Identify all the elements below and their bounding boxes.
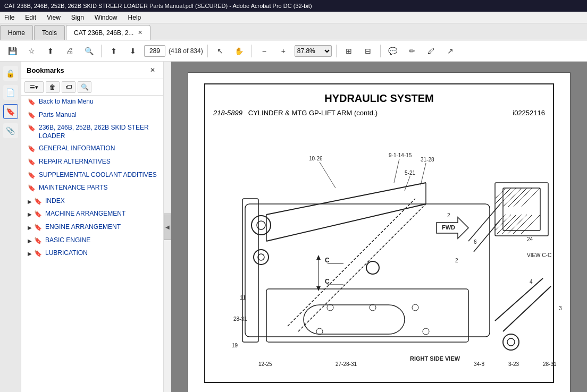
bookmark-basic-engine[interactable]: ▶ 🔖 BASIC ENGINE bbox=[21, 234, 163, 248]
left-icon-bookmarks[interactable]: 🔖 bbox=[3, 104, 18, 119]
print-button[interactable]: 🖨 bbox=[62, 44, 78, 58]
bookmark-parts-manual[interactable]: 🔖 Parts Manual bbox=[21, 109, 163, 122]
bookmark-index[interactable]: ▶ 🔖 INDEX bbox=[21, 195, 163, 208]
bookmark-expand-9[interactable]: ▶ bbox=[28, 211, 32, 218]
fit-button[interactable]: ⊞ bbox=[341, 44, 357, 58]
prev-page-button[interactable]: ⬆ bbox=[106, 44, 122, 58]
menu-help[interactable]: Help bbox=[126, 13, 144, 22]
svg-text:C: C bbox=[325, 257, 330, 264]
left-icon-panel: 🔒 📄 🔖 📎 bbox=[0, 62, 21, 392]
menu-view[interactable]: View bbox=[45, 13, 63, 22]
share-button[interactable]: ↗ bbox=[442, 44, 458, 58]
bookmark-expand-11[interactable]: ▶ bbox=[28, 237, 32, 244]
highlight-button[interactable]: 🖊 bbox=[423, 44, 439, 58]
svg-text:FWD: FWD bbox=[442, 224, 455, 231]
svg-point-73 bbox=[316, 328, 323, 335]
next-page-button[interactable]: ⬇ bbox=[125, 44, 141, 58]
menu-sign[interactable]: Sign bbox=[69, 13, 86, 22]
upload-button[interactable]: ⬆ bbox=[43, 44, 58, 58]
search-button[interactable]: 🔍 bbox=[81, 44, 97, 58]
sidebar-title: Bookmarks bbox=[27, 66, 64, 74]
sidebar-delete-button[interactable]: 🗑 bbox=[46, 81, 60, 93]
spread-button[interactable]: ⊟ bbox=[360, 44, 376, 58]
menu-file[interactable]: File bbox=[2, 13, 16, 22]
hand-tool-button[interactable]: ✋ bbox=[231, 44, 247, 58]
menu-edit[interactable]: Edit bbox=[23, 13, 38, 22]
sidebar-close-button[interactable]: ✕ bbox=[147, 65, 158, 75]
menu-window[interactable]: Window bbox=[93, 13, 120, 22]
pdf-part-desc: CYLINDER & MTG GP-LIFT ARM (contd.) bbox=[248, 109, 378, 117]
bookmark-machine-arrangement[interactable]: ▶ 🔖 MACHINE ARRANGEMENT bbox=[21, 208, 163, 221]
comment-button[interactable]: 💬 bbox=[385, 44, 401, 58]
left-icon-pages[interactable]: 📄 bbox=[3, 85, 18, 100]
sidebar-menu-button[interactable]: ☰▾ bbox=[24, 81, 44, 93]
bookmark-label-6: SUPPLEMENTAL COOLANT ADDITIVES bbox=[39, 171, 159, 180]
bookmark-button[interactable]: ☆ bbox=[23, 44, 39, 58]
svg-line-22 bbox=[514, 188, 532, 207]
svg-text:19: 19 bbox=[232, 343, 238, 348]
sidebar-collapse-button[interactable]: ◀ bbox=[164, 214, 171, 240]
pen-button[interactable]: ✏ bbox=[404, 44, 420, 58]
svg-line-28 bbox=[507, 215, 527, 234]
bookmark-expand-10[interactable]: ▶ bbox=[28, 224, 32, 231]
bookmark-expand-12[interactable]: ▶ bbox=[28, 250, 32, 257]
bookmark-label-10: ENGINE ARRANGEMENT bbox=[45, 223, 159, 232]
svg-text:C: C bbox=[325, 278, 330, 285]
zoom-select[interactable]: 87.8% 100% 125% 150% bbox=[295, 45, 332, 57]
svg-point-10 bbox=[254, 250, 269, 265]
title-bar: CAT 236B, 246B, 252B, 262B SKID STREER L… bbox=[0, 0, 587, 12]
bookmark-maintenance-parts[interactable]: 🔖 MAINTENANCE PARTS bbox=[21, 182, 163, 195]
toolbar-sep-3 bbox=[251, 45, 252, 57]
pdf-area[interactable]: HYDRAULIC SYSTEM 218-5899 CYLINDER & MTG… bbox=[171, 62, 587, 392]
tab-document[interactable]: CAT 236B, 246B, 2... ✕ bbox=[66, 25, 150, 40]
bookmark-expand-8[interactable]: ▶ bbox=[28, 198, 32, 205]
bookmark-supplemental-coolant[interactable]: 🔖 SUPPLEMENTAL COOLANT ADDITIVES bbox=[21, 169, 163, 182]
svg-point-74 bbox=[423, 328, 429, 335]
zoom-out-button[interactable]: − bbox=[256, 44, 272, 58]
svg-text:28-31: 28-31 bbox=[233, 316, 247, 322]
svg-point-71 bbox=[370, 304, 376, 311]
sidebar-content[interactable]: 🔖 Back to Main Menu 🔖 Parts Manual 🔖 236… bbox=[21, 96, 163, 392]
tab-tools[interactable]: Tools bbox=[34, 25, 65, 40]
page-number-input[interactable] bbox=[144, 45, 165, 57]
svg-line-33 bbox=[495, 278, 543, 321]
bookmark-icon-7: 🔖 bbox=[28, 184, 36, 193]
left-icon-attachments[interactable]: 📎 bbox=[3, 123, 18, 138]
svg-text:27-28-31: 27-28-31 bbox=[336, 361, 357, 367]
svg-text:24: 24 bbox=[527, 236, 533, 242]
svg-rect-14 bbox=[304, 305, 405, 334]
zoom-in-button[interactable]: + bbox=[275, 44, 291, 58]
save-button[interactable]: 💾 bbox=[4, 44, 20, 58]
pdf-subtitle: 218-5899 CYLINDER & MTG GP-LIFT ARM (con… bbox=[213, 109, 545, 117]
menu-bar: File Edit View Sign Window Help bbox=[0, 12, 587, 23]
bookmark-label-12: LUBRICATION bbox=[45, 249, 159, 258]
svg-text:28-31: 28-31 bbox=[543, 361, 557, 367]
bookmark-repair-alternatives[interactable]: 🔖 REPAIR ALTERNATIVES bbox=[21, 156, 163, 169]
bookmark-back-to-main[interactable]: 🔖 Back to Main Menu bbox=[21, 96, 163, 109]
svg-text:VIEW C-C: VIEW C-C bbox=[527, 252, 551, 258]
svg-line-53 bbox=[405, 176, 410, 191]
bookmark-icon-2: 🔖 bbox=[28, 112, 36, 120]
pdf-title: HYDRAULIC SYSTEM bbox=[213, 92, 545, 105]
sidebar-tag-button[interactable]: 🏷 bbox=[62, 81, 76, 93]
toolbar-sep-4 bbox=[336, 45, 337, 57]
bookmark-general-info[interactable]: 🔖 GENERAL INFORMATION bbox=[21, 142, 163, 156]
svg-marker-44 bbox=[316, 255, 321, 260]
bookmark-label-9: MACHINE ARRANGEMENT bbox=[45, 210, 159, 218]
tab-tools-label: Tools bbox=[42, 29, 57, 37]
pdf-doc-id: i02252116 bbox=[513, 109, 545, 117]
bookmark-icon-9: 🔖 bbox=[34, 210, 42, 219]
bookmark-lubrication[interactable]: ▶ 🔖 LUBRICATION bbox=[21, 247, 163, 260]
tab-close-button[interactable]: ✕ bbox=[138, 29, 142, 36]
svg-line-17 bbox=[495, 188, 506, 199]
tab-home-label: Home bbox=[8, 29, 25, 37]
bookmark-engine-arrangement[interactable]: ▶ 🔖 ENGINE ARRANGEMENT bbox=[21, 221, 163, 234]
sidebar-find-button[interactable]: 🔍 bbox=[78, 81, 91, 93]
toolbar-sep-2 bbox=[207, 45, 208, 57]
bookmark-236b[interactable]: 🔖 236B, 246B, 252B, 262B SKID STEER LOAD… bbox=[21, 122, 163, 142]
cursor-tool-button[interactable]: ↖ bbox=[212, 44, 228, 58]
tab-home[interactable]: Home bbox=[0, 25, 33, 40]
toolbar-sep-5 bbox=[380, 45, 381, 57]
left-icon-lock[interactable]: 🔒 bbox=[3, 66, 18, 81]
bookmark-label-7: MAINTENANCE PARTS bbox=[39, 184, 159, 192]
